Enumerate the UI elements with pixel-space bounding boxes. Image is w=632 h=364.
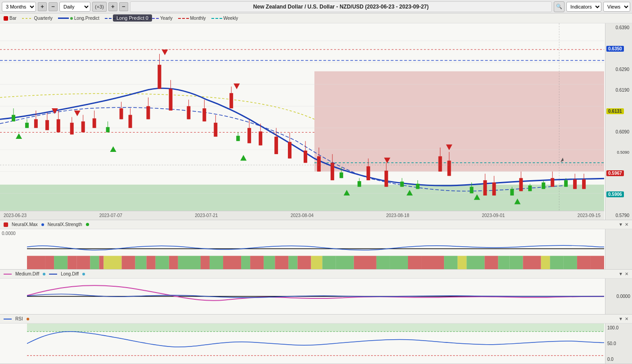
yearly-color <box>148 18 159 19</box>
medium-diff-dot <box>43 273 45 275</box>
weekly-color <box>211 18 222 19</box>
svg-rect-135 <box>210 256 223 269</box>
legend-yearly-item: Yearly <box>148 16 172 21</box>
neurax-chart <box>27 229 604 269</box>
svg-rect-132 <box>169 256 178 269</box>
price-0.5090: 0.5090 <box>606 150 631 155</box>
svg-rect-127 <box>103 256 121 269</box>
svg-rect-131 <box>156 256 169 269</box>
svg-rect-77 <box>81 121 85 132</box>
svg-rect-155 <box>498 256 509 269</box>
svg-rect-38 <box>528 186 532 191</box>
neurax-close-btn[interactable]: ✕ <box>625 222 628 227</box>
neurax-dot <box>86 223 89 226</box>
prev-btn[interactable]: + <box>108 2 117 11</box>
svg-rect-153 <box>466 256 484 269</box>
interval-select[interactable]: Daily Weekly Monthly <box>59 2 90 12</box>
price-0.6190: 0.6190 <box>606 88 631 93</box>
svg-rect-73 <box>34 119 38 128</box>
price-0.6350-badge: 0.6350 <box>606 46 631 52</box>
svg-rect-28 <box>12 115 15 122</box>
rsi-header: RSI ▼ ✕ <box>0 315 632 324</box>
indicators-select[interactable]: Indicators <box>566 2 601 12</box>
zoom-out-btn[interactable]: − <box>49 2 58 11</box>
svg-rect-149 <box>408 256 421 269</box>
svg-rect-33 <box>358 181 361 187</box>
rsi-axis: 100.0 50.0 0.0 <box>605 324 632 364</box>
chart-title: New Zealand Dollar / U.S. Dollar - NZD/U… <box>130 1 552 12</box>
svg-rect-95 <box>367 166 370 180</box>
rsi-chart <box>27 324 604 364</box>
svg-rect-128 <box>121 256 135 269</box>
svg-rect-156 <box>510 256 523 269</box>
diff-collapse-btn[interactable]: ▼ <box>619 271 623 276</box>
svg-rect-104 <box>582 179 586 189</box>
legend-bar: Bar Quarterly Long.Predict TCross.Long Y… <box>0 13 632 23</box>
svg-rect-86 <box>214 123 217 137</box>
neurax-strength-dot <box>41 223 44 226</box>
rsi-100: 100.0 <box>607 325 630 330</box>
long-diff-label: Long.Diff <box>61 271 79 276</box>
svg-rect-159 <box>550 256 564 269</box>
svg-rect-148 <box>390 256 408 269</box>
timeframe-select[interactable]: 3 Months 1 Month 6 Months 1 Year <box>2 2 36 12</box>
date-label-5: 2023-08-18 <box>386 213 409 218</box>
price-0.5967-badge: 0.5967 <box>606 170 631 176</box>
neurax-panel: NeuralX.Max NeuralX.Strength ▼ ✕ 0.0000 <box>0 220 632 270</box>
rsi-label: RSI <box>15 316 23 321</box>
tcross-color <box>105 18 116 19</box>
adj-label: (+3) <box>92 2 107 12</box>
price-0.6131-badge: 0.6131 <box>606 108 631 114</box>
date-label-6: 2023-09-01 <box>482 213 505 218</box>
svg-rect-32 <box>340 173 343 178</box>
svg-rect-151 <box>444 256 457 269</box>
price-0.6090: 0.6090 <box>606 129 631 134</box>
diff-chart <box>27 279 604 314</box>
svg-rect-134 <box>201 256 210 269</box>
svg-rect-120 <box>27 256 45 269</box>
svg-rect-96 <box>385 171 388 187</box>
next-btn[interactable]: − <box>119 2 128 11</box>
search-btn[interactable]: 🔍 <box>554 1 565 12</box>
svg-rect-98 <box>448 160 451 176</box>
rsi-50: 50.0 <box>607 341 630 346</box>
svg-rect-90 <box>274 137 278 154</box>
svg-rect-143 <box>311 256 322 269</box>
svg-rect-40 <box>564 180 568 187</box>
svg-rect-36 <box>470 187 473 194</box>
rsi-dot <box>27 318 29 320</box>
rsi-panel: RSI ▼ ✕ 100.0 50.0 0.0 <box>0 315 632 364</box>
date-label-7: 2023-09-15 <box>578 213 601 218</box>
svg-rect-100 <box>492 182 496 195</box>
legend-weekly-item: Weekly <box>211 16 238 21</box>
diff-controls: ▼ ✕ <box>619 271 628 276</box>
longpredict-label: Long.Predict <box>74 16 99 21</box>
svg-rect-133 <box>178 256 201 269</box>
toolbar: 3 Months 1 Month 6 Months 1 Year + − Dai… <box>0 0 632 13</box>
rsi-close-btn[interactable]: ✕ <box>625 316 628 321</box>
diff-close-btn[interactable]: ✕ <box>625 271 628 276</box>
svg-rect-75 <box>57 119 60 132</box>
bar-label: Bar <box>9 16 17 21</box>
svg-rect-122 <box>54 256 67 269</box>
neurax-value: 0.0000 <box>2 231 16 236</box>
date-axis: 2023-06-23 2023-07-07 2023-07-21 2023-08… <box>0 211 604 220</box>
svg-rect-30 <box>106 127 110 133</box>
neurax-collapse-btn[interactable]: ▼ <box>619 222 623 227</box>
svg-rect-101 <box>519 178 523 191</box>
rsi-collapse-btn[interactable]: ▼ <box>619 316 623 321</box>
diff-header: Medium.Diff Long.Diff ▼ ✕ <box>0 270 632 279</box>
svg-rect-94 <box>331 163 334 180</box>
svg-rect-81 <box>147 106 150 119</box>
legend-longpredict-item: Long.Predict <box>58 16 99 21</box>
svg-rect-162 <box>591 256 604 269</box>
svg-rect-39 <box>542 182 545 189</box>
views-select[interactable]: Views <box>603 2 630 12</box>
quarterly-color <box>22 18 33 19</box>
price-0.5906-badge: 0.5906 <box>606 191 631 197</box>
svg-rect-141 <box>288 256 297 269</box>
svg-rect-103 <box>573 179 577 189</box>
svg-rect-136 <box>223 256 241 269</box>
zoom-in-btn[interactable]: + <box>38 2 47 11</box>
price-chart-svg <box>0 23 604 211</box>
